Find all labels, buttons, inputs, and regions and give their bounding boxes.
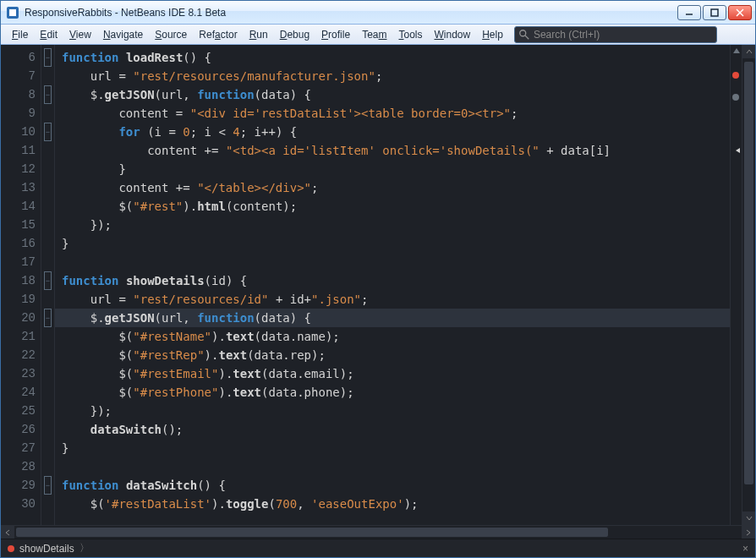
svg-line-7 [525,35,529,38]
line-number[interactable]: 14 [1,197,41,216]
chevron-down-icon [746,515,753,522]
line-number[interactable]: 11 [1,141,41,160]
code-line[interactable]: $("#restName").text(data.name); [55,327,730,346]
menu-item[interactable]: Navigate [97,26,149,43]
menu-item[interactable]: Team [356,26,392,43]
code-line[interactable]: for (i = 0; i < 4; i++) { [55,123,730,141]
code-editor[interactable]: function loadRest() { url = "rest/resour… [55,45,730,525]
line-number[interactable]: 9 [1,104,41,123]
line-number[interactable]: 30 [1,495,41,513]
vertical-scrollbar[interactable] [742,45,755,525]
code-line[interactable]: content += "</table></div>"; [55,178,730,197]
menu-item[interactable]: Debug [274,26,315,43]
line-number[interactable]: 13 [1,178,41,197]
menu-item[interactable]: Source [149,26,193,43]
code-line[interactable]: $.getJSON(url, function(data) { [55,309,730,327]
code-line[interactable] [55,457,730,476]
menu-item[interactable]: Profile [315,26,356,43]
code-line[interactable]: function loadRest() { [55,48,730,67]
fold-toggle[interactable]: − [44,271,52,290]
line-number[interactable]: 27 [1,439,41,457]
code-line[interactable]: function showDetails(id) { [55,271,730,290]
line-number[interactable]: 8 [1,85,41,104]
code-line[interactable]: $("#restEmail").text(data.email); [55,364,730,383]
line-number[interactable]: 19 [1,290,41,309]
maximize-button[interactable] [703,5,726,20]
fold-toggle[interactable]: − [44,85,52,104]
scroll-right-button[interactable] [742,526,755,539]
fold-toggle[interactable]: − [44,48,52,67]
line-number[interactable]: 6 [1,48,41,67]
minimize-button[interactable] [677,5,701,20]
fold-toggle[interactable]: − [44,309,52,327]
code-line[interactable]: } [55,439,730,457]
line-number[interactable]: 26 [1,420,41,439]
scroll-thumb[interactable] [744,62,753,484]
line-number[interactable]: 21 [1,327,41,346]
error-marker[interactable] [732,72,739,79]
close-button[interactable] [728,5,752,20]
statusbar-close-button[interactable]: × [742,543,748,555]
search-input[interactable] [534,29,713,41]
line-number[interactable]: 22 [1,346,41,364]
svg-point-6 [520,30,526,36]
code-line[interactable]: content += "<td><a id='listItem' onclick… [55,141,730,160]
code-line[interactable]: url = "rest/resources/manufacturer.json"… [55,67,730,85]
code-line[interactable]: $("#restRep").text(data.rep); [55,346,730,364]
scroll-left-button[interactable] [1,526,14,539]
code-line[interactable] [55,253,730,271]
line-number[interactable]: 20 [1,309,41,327]
line-number[interactable]: 16 [1,234,41,253]
line-number[interactable]: 12 [1,160,41,178]
editor-area: 6789101112131415161718192021222324252627… [1,45,755,525]
code-line[interactable]: content = "<div id='restDataList'><table… [55,104,730,123]
code-line[interactable]: $("#rest").html(content); [55,197,730,216]
menu-item[interactable]: Edit [34,26,63,43]
stripe-top-icon [732,46,741,55]
breadcrumb-function[interactable]: showDetails [19,543,74,555]
horizontal-scrollbar[interactable] [1,525,755,539]
code-line[interactable]: $("#restPhone").text(data.phone); [55,383,730,402]
scroll-up-button[interactable] [742,45,755,58]
scroll-down-button[interactable] [742,512,755,525]
line-number[interactable]: 10 [1,123,41,141]
error-stripe[interactable] [730,45,742,525]
code-line[interactable]: } [55,234,730,253]
titlebar[interactable]: ResponsiveRabbits - NetBeans IDE 8.1 Bet… [1,1,755,25]
code-line[interactable]: }); [55,216,730,234]
code-line[interactable]: $('#restDataList').toggle(700, 'easeOutE… [55,495,730,513]
chevron-right-icon: 〉 [79,541,90,555]
line-number-gutter[interactable]: 6789101112131415161718192021222324252627… [1,45,41,525]
app-icon [6,6,19,19]
code-line[interactable]: dataSwitch(); [55,420,730,439]
scroll-thumb-h[interactable] [16,528,608,537]
menu-item[interactable]: View [63,26,97,43]
menu-item[interactable]: File [6,26,34,43]
menu-item[interactable]: Refactor [193,26,243,43]
fold-toggle[interactable]: − [44,476,52,495]
menu-item[interactable]: Tools [392,26,428,43]
line-number[interactable]: 25 [1,402,41,420]
code-line[interactable]: }); [55,402,730,420]
fold-gutter[interactable]: −−−−−− [41,45,55,525]
code-line[interactable]: url = "rest/resources/id" + id+".json"; [55,290,730,309]
menu-item[interactable]: Help [476,26,509,43]
marker[interactable] [732,94,739,101]
menu-item[interactable]: Window [429,26,477,43]
line-number[interactable]: 18 [1,271,41,290]
line-number[interactable]: 23 [1,364,41,383]
line-number[interactable]: 28 [1,457,41,476]
line-number[interactable]: 29 [1,476,41,495]
window-title: ResponsiveRabbits - NetBeans IDE 8.1 Bet… [25,7,677,19]
quick-search[interactable] [514,26,717,43]
line-number[interactable]: 7 [1,67,41,85]
fold-toggle[interactable]: − [44,123,52,141]
close-icon [736,8,744,17]
line-number[interactable]: 24 [1,383,41,402]
code-line[interactable]: function dataSwitch() { [55,476,730,495]
line-number[interactable]: 17 [1,253,41,271]
code-line[interactable]: } [55,160,730,178]
menu-item[interactable]: Run [244,26,274,43]
line-number[interactable]: 15 [1,216,41,234]
code-line[interactable]: $.getJSON(url, function(data) { [55,85,730,104]
